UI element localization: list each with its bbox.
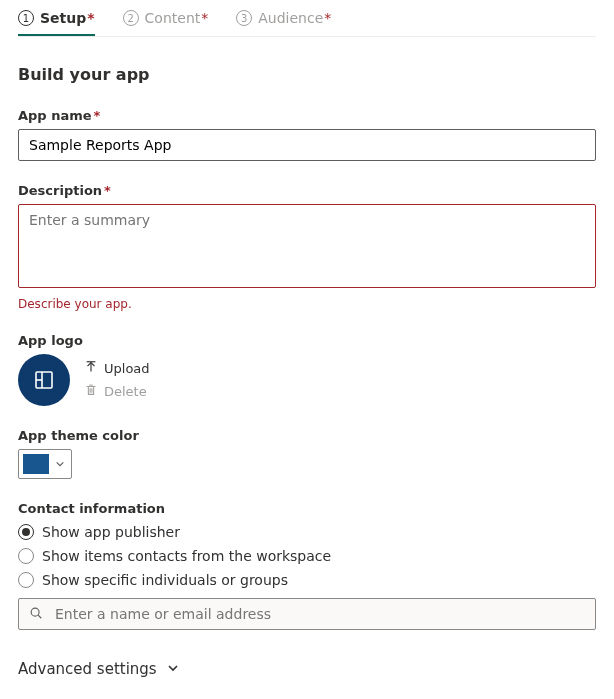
contact-option-specific[interactable]: Show specific individuals or groups — [18, 572, 596, 588]
contact-search-input[interactable] — [53, 605, 585, 623]
step-number-icon: 3 — [236, 10, 252, 26]
step-setup[interactable]: 1 Setup* — [18, 10, 95, 36]
step-content[interactable]: 2 Content* — [123, 10, 209, 36]
radio-icon — [18, 548, 34, 564]
field-app-logo: App logo Up — [18, 333, 596, 406]
delete-logo-button: Delete — [84, 383, 150, 400]
page-title: Build your app — [18, 65, 596, 84]
app-logo-label: App logo — [18, 333, 596, 348]
description-error-text: Describe your app. — [18, 297, 596, 311]
upload-logo-button[interactable]: Upload — [84, 360, 150, 377]
app-logo-icon — [18, 354, 70, 406]
step-number-icon: 1 — [18, 10, 34, 26]
search-icon — [29, 606, 43, 623]
delete-label: Delete — [104, 384, 147, 399]
advanced-settings-expander[interactable]: Advanced settings — [18, 660, 596, 678]
chevron-down-icon — [167, 660, 179, 678]
radio-label: Show app publisher — [42, 524, 180, 540]
chevron-down-icon — [55, 456, 65, 472]
radio-icon — [18, 572, 34, 588]
theme-color-label: App theme color — [18, 428, 596, 443]
step-audience[interactable]: 3 Audience* — [236, 10, 331, 36]
field-contact-information: Contact information Show app publisher S… — [18, 501, 596, 630]
contact-search-field[interactable] — [18, 598, 596, 630]
theme-color-swatch — [23, 454, 49, 474]
step-nav: 1 Setup* 2 Content* 3 Audience* — [18, 0, 596, 37]
contact-option-workspace[interactable]: Show items contacts from the workspace — [18, 548, 596, 564]
theme-color-picker[interactable] — [18, 449, 72, 479]
description-input[interactable] — [18, 204, 596, 288]
advanced-settings-label: Advanced settings — [18, 660, 157, 678]
upload-icon — [84, 360, 98, 377]
svg-point-8 — [31, 608, 39, 616]
step-label: Setup* — [40, 10, 95, 26]
description-label: Description* — [18, 183, 596, 198]
svg-line-9 — [38, 615, 41, 618]
field-app-name: App name* — [18, 108, 596, 161]
step-label: Audience* — [258, 10, 331, 26]
delete-icon — [84, 383, 98, 400]
contact-info-label: Contact information — [18, 501, 596, 516]
app-name-input[interactable] — [18, 129, 596, 161]
radio-icon — [18, 524, 34, 540]
radio-label: Show items contacts from the workspace — [42, 548, 331, 564]
step-number-icon: 2 — [123, 10, 139, 26]
field-description: Description* Describe your app. — [18, 183, 596, 311]
radio-label: Show specific individuals or groups — [42, 572, 288, 588]
upload-label: Upload — [104, 361, 150, 376]
step-label: Content* — [145, 10, 209, 26]
contact-option-publisher[interactable]: Show app publisher — [18, 524, 596, 540]
field-theme-color: App theme color — [18, 428, 596, 479]
app-name-label: App name* — [18, 108, 596, 123]
